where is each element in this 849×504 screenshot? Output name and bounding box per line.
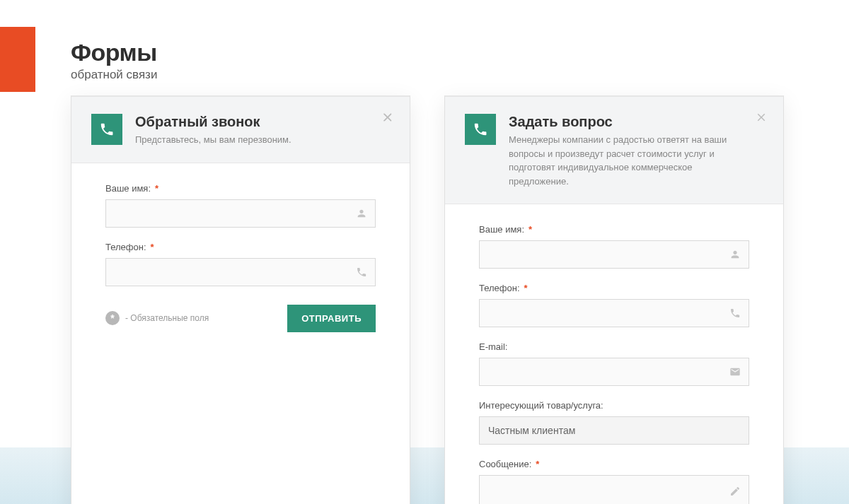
callback-header: Обратный звонок Представьтесь, мы вам пе…	[71, 97, 410, 163]
phone-label: Телефон:	[479, 283, 520, 293]
question-subtitle: Менеджеры компании с радостью ответят на…	[509, 133, 742, 188]
question-body: Ваше имя: * Телефон: *	[445, 204, 783, 504]
interest-select[interactable]: Частным клиентам	[479, 416, 749, 445]
name-field: Ваше имя: *	[479, 224, 749, 269]
required-mark: *	[536, 459, 539, 469]
name-label: Ваше имя:	[479, 224, 524, 235]
name-input[interactable]	[105, 199, 376, 228]
question-title: Задать вопрос	[509, 114, 742, 130]
email-field: E-mail:	[479, 341, 749, 386]
phone-icon	[465, 114, 496, 145]
message-label: Сообщение:	[479, 459, 531, 469]
interest-value: Частным клиентам	[488, 425, 575, 436]
message-field: Сообщение: *	[479, 459, 749, 504]
question-form: Задать вопрос Менеджеры компании с радос…	[444, 95, 784, 504]
close-button[interactable]	[381, 111, 395, 125]
phone-field: Телефон: *	[479, 283, 749, 327]
required-note-text: - Обязательные поля	[125, 313, 209, 323]
required-mark: *	[529, 224, 532, 235]
user-icon	[729, 249, 741, 260]
close-button[interactable]	[755, 111, 769, 125]
close-icon	[381, 111, 394, 124]
phone-small-icon	[729, 307, 741, 319]
phone-label: Телефон:	[105, 242, 146, 252]
callback-form: Обратный звонок Представьтесь, мы вам пе…	[71, 95, 410, 504]
pencil-icon	[729, 486, 741, 497]
name-label: Ваше имя:	[105, 183, 151, 194]
callback-body: Ваше имя: * Телефон: *	[71, 163, 410, 352]
user-icon	[356, 208, 367, 219]
interest-label: Интересующий товар/услуга:	[479, 400, 603, 411]
page-title: Формы	[71, 39, 157, 66]
required-mark: *	[155, 183, 158, 194]
submit-button[interactable]: ОТПРАВИТЬ	[287, 305, 376, 332]
accent-block	[0, 27, 35, 92]
name-field: Ваше имя: *	[105, 183, 376, 228]
callback-subtitle: Представьтесь, мы вам перезвоним.	[135, 133, 291, 147]
envelope-icon	[729, 366, 741, 377]
required-note: * - Обязательные поля	[105, 311, 209, 325]
page-subtitle: обратной связи	[71, 68, 157, 82]
email-input[interactable]	[479, 358, 749, 386]
required-mark: *	[524, 283, 528, 293]
interest-field: Интересующий товар/услуга: Частным клиен…	[479, 400, 749, 445]
phone-input[interactable]	[479, 299, 749, 327]
phone-input[interactable]	[105, 258, 376, 286]
phone-small-icon	[356, 266, 367, 278]
close-icon	[755, 111, 768, 124]
name-input[interactable]	[479, 240, 749, 269]
asterisk-badge: *	[105, 311, 120, 325]
message-textarea[interactable]	[479, 475, 749, 504]
question-header: Задать вопрос Менеджеры компании с радос…	[445, 97, 783, 204]
callback-title: Обратный звонок	[135, 114, 291, 130]
email-label: E-mail:	[479, 341, 507, 352]
page-header: Формы обратной связи	[71, 39, 157, 82]
phone-field: Телефон: *	[105, 242, 376, 286]
required-mark: *	[151, 242, 154, 252]
phone-icon	[91, 114, 122, 145]
